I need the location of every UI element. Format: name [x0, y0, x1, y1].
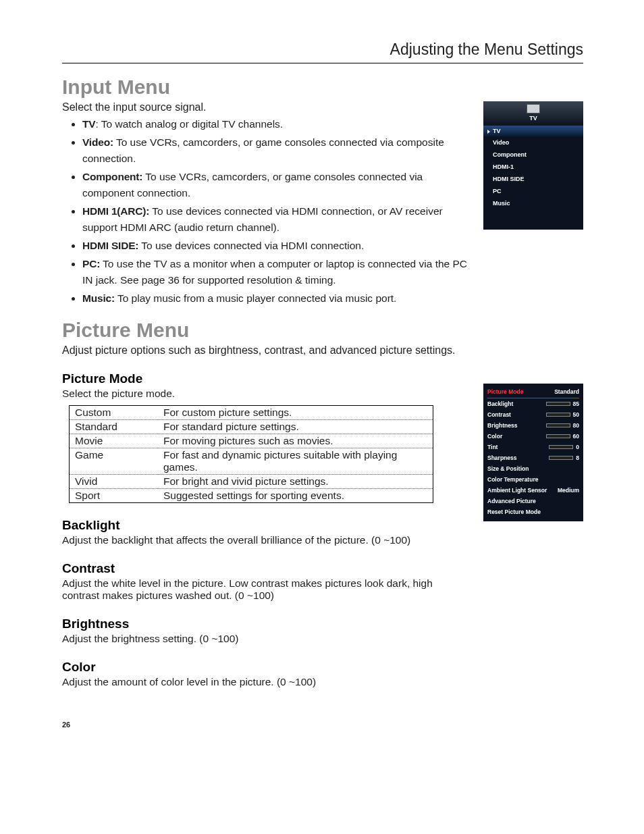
- input-item: Component: To use VCRs, camcorders, or g…: [82, 169, 470, 201]
- osd-picmode-label: Picture Mode: [487, 388, 523, 395]
- osd-simple-row: Advanced Picture: [487, 496, 579, 506]
- picture-mode-table: CustomFor custom picture settings.Standa…: [69, 405, 433, 503]
- input-item: HDMI SIDE: To use devices connected via …: [82, 238, 470, 254]
- h2-picture-mode: Picture Mode: [62, 371, 470, 386]
- page-number: 26: [62, 721, 583, 729]
- osd-simple-label: Color Temperature: [487, 476, 538, 483]
- osd-slider-row: Color60: [487, 431, 579, 442]
- h2-color: Color: [62, 660, 470, 675]
- osd-simple-row: Size & Position: [487, 463, 579, 474]
- mode-val: For bright and vivid picture settings.: [158, 475, 433, 489]
- input-item: Music: To play music from a music player…: [82, 290, 470, 307]
- osd-header: TV: [529, 115, 537, 122]
- picture-intro: Adjust picture options such as birghtnes…: [62, 344, 470, 357]
- osd-slider-label: Contrast: [487, 411, 511, 418]
- slider-bar: [549, 445, 573, 449]
- mode-key: Vivid: [70, 475, 159, 489]
- osd-item: HDMI-1: [483, 161, 583, 173]
- mode-val: Suggested settings for sporting events.: [158, 489, 433, 503]
- osd-item: Music: [483, 197, 583, 209]
- osd-slider-value: 80: [573, 422, 579, 429]
- osd-slider-label: Brightness: [487, 422, 517, 429]
- mode-val: For fast and dynamic pictures suitable w…: [158, 448, 433, 475]
- osd-slider-value: 50: [573, 411, 579, 418]
- osd-slider-label: Color: [487, 433, 502, 440]
- osd-slider-row: Backlight85: [487, 398, 579, 409]
- slider-bar: [546, 423, 570, 427]
- tv-icon: [527, 104, 540, 113]
- osd-ambient-value: Medium: [558, 487, 579, 494]
- input-intro: Select the input source signal.: [62, 101, 470, 113]
- osd-item: Video: [483, 136, 583, 149]
- mode-key: Movie: [70, 434, 159, 448]
- osd-simple-row: Color Temperature: [487, 474, 579, 485]
- osd-picmode-value: Standard: [554, 388, 579, 395]
- mode-key: Sport: [70, 489, 159, 503]
- slider-bar: [549, 456, 573, 460]
- osd-simple: Size & PositionColor Temperature: [487, 463, 579, 485]
- mode-key: Custom: [70, 406, 159, 420]
- osd-ambient-label: Ambient Light Sensor: [487, 487, 547, 494]
- osd-item: HDMI SIDE: [483, 173, 583, 185]
- osd-simple-row: Reset Picture Mode: [487, 506, 579, 517]
- input-bullets: TV: To watch analog or digital TV channe…: [62, 116, 470, 307]
- h1-input-menu: Input Menu: [62, 76, 583, 99]
- input-term: TV: [82, 118, 95, 130]
- osd-slider-row: Sharpness8: [487, 452, 579, 463]
- osd-item: Component: [483, 149, 583, 161]
- page-header: Adjusting the Menu Settings: [62, 41, 583, 63]
- input-term: PC:: [82, 258, 100, 269]
- h2-brightness: Brightness: [62, 617, 470, 631]
- osd-slider-label: Sharpness: [487, 454, 516, 461]
- osd-slider-label: Backlight: [487, 400, 513, 407]
- osd-sliders: Backlight85Contrast50Brightness80Color60…: [487, 398, 579, 463]
- osd-slider-value: 0: [576, 444, 579, 450]
- backlight-desc: Adjust the backlight that affects the ov…: [62, 534, 470, 546]
- osd-slider-row: Brightness80: [487, 420, 579, 431]
- osd-slider-value: 8: [576, 454, 579, 461]
- osd-slider-label: Tint: [487, 444, 498, 450]
- osd-slider-row: Contrast50: [487, 409, 579, 420]
- input-term: Music:: [82, 292, 115, 304]
- input-item: HDMI 1(ARC): To use devices connected vi…: [82, 203, 470, 236]
- osd-simple-label: Advanced Picture: [487, 498, 536, 504]
- input-item: Video: To use VCRs, camcorders, or game …: [82, 134, 470, 167]
- input-term: HDMI SIDE:: [82, 240, 138, 251]
- input-term: HDMI 1(ARC):: [82, 205, 149, 217]
- mode-key: Game: [70, 448, 159, 475]
- osd-slider-row: Tint0: [487, 442, 579, 452]
- osd-item: PC: [483, 185, 583, 197]
- osd-simple-label: Size & Position: [487, 465, 529, 472]
- h2-contrast: Contrast: [62, 561, 470, 576]
- slider-bar: [546, 434, 570, 438]
- osd-items: VideoComponentHDMI-1HDMI SIDEPCMusic: [483, 136, 583, 209]
- input-osd: TV TV VideoComponentHDMI-1HDMI SIDEPCMus…: [483, 101, 583, 230]
- picture-osd: Picture Mode Standard Backlight85Contras…: [483, 384, 583, 521]
- brightness-desc: Adjust the brightness setting. (0 ~100): [62, 633, 470, 645]
- slider-bar: [546, 413, 570, 417]
- mode-val: For custom picture settings.: [158, 406, 433, 420]
- osd-slider-value: 60: [573, 433, 579, 440]
- color-desc: Adjust the amount of color level in the …: [62, 676, 470, 688]
- input-term: Video:: [82, 136, 113, 148]
- mode-val: For standard picture settings.: [158, 420, 433, 434]
- osd-slider-value: 85: [573, 400, 579, 407]
- input-item: PC: To use the TV as a monitor when a co…: [82, 256, 470, 288]
- osd-simple-label: Reset Picture Mode: [487, 509, 541, 515]
- input-term: Component:: [82, 171, 142, 182]
- input-item: TV: To watch analog or digital TV channe…: [82, 116, 470, 132]
- h1-picture-menu: Picture Menu: [62, 319, 583, 342]
- slider-bar: [546, 402, 570, 406]
- h2-backlight: Backlight: [62, 518, 470, 533]
- mode-val: For moving pictures such as movies.: [158, 434, 433, 448]
- mode-key: Standard: [70, 420, 159, 434]
- osd-tail: Advanced PictureReset Picture Mode: [487, 496, 579, 517]
- osd-selected: TV: [483, 126, 583, 136]
- picture-mode-intro: Select the picture mode.: [62, 388, 470, 400]
- contrast-desc: Adjust the white level in the picture. L…: [62, 577, 470, 602]
